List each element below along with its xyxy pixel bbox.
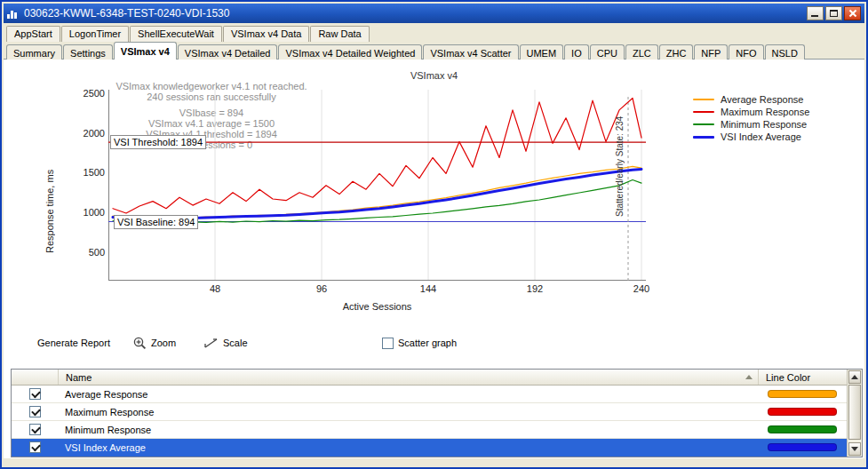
tab-cpu[interactable]: CPU (590, 44, 625, 60)
table-row-maximum-response[interactable]: Maximum Response (12, 403, 847, 421)
tab-summary[interactable]: Summary (6, 44, 62, 60)
close-button[interactable] (844, 6, 861, 20)
scale-icon (204, 338, 219, 349)
app-window: 030623-KWWL-6348-TEST-0240-VDI-1530 AppS… (0, 0, 868, 469)
tab-zlc[interactable]: ZLC (625, 44, 658, 60)
row-name: Maximum Response (58, 407, 758, 417)
row-name: VSI Index Average (58, 442, 758, 453)
row-color-cell (758, 408, 847, 416)
table-scrollbar[interactable] (847, 370, 862, 457)
x-tick-240: 240 (628, 283, 655, 294)
name-header-label: Name (66, 372, 92, 383)
table-row-average-response[interactable]: Average Response (12, 386, 847, 403)
chart-legend: Average ResponseMaximum ResponseMinimum … (693, 93, 809, 143)
row-checkbox[interactable] (29, 424, 41, 435)
checkbox-column-header (12, 370, 59, 385)
tab-vsimax-v4[interactable]: VSImax v4 (114, 42, 177, 60)
scroll-down-button[interactable] (848, 442, 861, 456)
chart-title: VSImax v4 (4, 70, 864, 81)
top-tab-shellexecutewait[interactable]: ShellExecuteWait (130, 26, 222, 42)
top-tab-appstart[interactable]: AppStart (6, 26, 60, 42)
scale-button[interactable]: Scale (204, 335, 248, 351)
tab-nfp[interactable]: NFP (694, 44, 728, 60)
row-color-swatch (768, 443, 837, 451)
main-tab-strip: SummarySettingsVSImax v4VSImax v4 Detail… (6, 43, 806, 60)
y-tick-500: 500 (66, 247, 105, 258)
row-color-cell (758, 443, 847, 451)
arrow-up-icon (851, 375, 858, 379)
name-column-header[interactable]: Name (59, 370, 758, 385)
zoom-label: Zoom (151, 338, 176, 348)
row-name: Minimum Response (58, 425, 758, 435)
row-color-cell (758, 425, 847, 433)
row-checkbox[interactable] (29, 388, 41, 400)
tab-umem[interactable]: UMEM (520, 44, 564, 60)
tab-vsimax-v4-detailed-weighted[interactable]: VSImax v4 Detailed Weighted (278, 44, 422, 60)
baseline-label: VSI Baseline: 894 (114, 215, 198, 229)
y-tick-2500: 2500 (66, 88, 105, 99)
row-color-swatch (768, 408, 837, 416)
legend-item-vsi-index-average: VSI Index Average (693, 131, 809, 143)
tab-vsimax-v4-detailed[interactable]: VSImax v4 Detailed (178, 44, 278, 60)
row-checkbox-cell (12, 406, 58, 417)
row-checkbox-cell (12, 441, 58, 453)
tab-nsld[interactable]: NSLD (765, 44, 805, 60)
chart-toolbar: Generate Report Zoom Scale (4, 335, 864, 354)
zoom-magnifier-icon (133, 337, 147, 350)
legend-label: VSI Index Average (721, 131, 801, 142)
zoom-button[interactable]: Zoom (133, 335, 176, 351)
chart-plot (108, 90, 646, 281)
close-icon (848, 9, 857, 18)
x-axis-label: Active Sessions (108, 301, 646, 312)
y-tick-1000: 1000 (66, 207, 105, 218)
row-name: Average Response (58, 389, 758, 400)
legend-swatch (693, 123, 714, 125)
series-table: Name Line Color Average ResponseMaximum … (11, 369, 863, 457)
scatter-checkbox[interactable] (382, 338, 394, 349)
scatter-label: Scatter graph (398, 338, 457, 348)
x-tick-144: 144 (415, 283, 442, 294)
title-bar: 030623-KWWL-6348-TEST-0240-VDI-1530 (4, 4, 864, 23)
legend-label: Minimum Response (721, 119, 807, 130)
table-body: Average ResponseMaximum ResponseMinimum … (12, 386, 847, 457)
row-checkbox[interactable] (29, 441, 41, 453)
line-color-column-header[interactable]: Line Color (758, 370, 847, 385)
tab-nfo[interactable]: NFO (729, 44, 763, 60)
legend-swatch (693, 111, 714, 113)
generate-report-button[interactable]: Generate Report (37, 335, 110, 351)
row-color-cell (758, 390, 847, 398)
scale-label: Scale (223, 338, 248, 348)
row-checkbox-cell (12, 424, 58, 435)
x-tick-96: 96 (308, 283, 335, 294)
tab-io[interactable]: IO (564, 44, 589, 60)
row-color-swatch (768, 390, 837, 398)
legend-item-average-response: Average Response (693, 93, 809, 106)
top-tab-logontimer[interactable]: LogonTimer (61, 26, 129, 42)
top-tab-raw-data[interactable]: Raw Data (310, 26, 369, 42)
tab-settings[interactable]: Settings (63, 44, 113, 60)
app-chart-icon (7, 8, 20, 19)
row-checkbox-cell (12, 388, 58, 400)
top-tab-vsimax-v4-data[interactable]: VSImax v4 Data (223, 26, 309, 42)
table-row-minimum-response[interactable]: Minimum Response (12, 421, 847, 439)
legend-label: Average Response (721, 94, 803, 105)
line-color-header-label: Line Color (766, 372, 810, 383)
table-row-vsi-index-average[interactable]: VSI Index Average (12, 439, 847, 457)
row-color-swatch (768, 425, 837, 433)
minimize-button[interactable] (807, 6, 824, 20)
scatter-graph-toggle[interactable]: Scatter graph (382, 335, 457, 351)
scroll-thumb[interactable] (848, 385, 861, 440)
y-axis-label: Response time, ms (44, 145, 55, 278)
legend-swatch (693, 136, 714, 139)
legend-swatch (693, 99, 714, 100)
tab-zhc[interactable]: ZHC (659, 44, 694, 60)
maximize-button[interactable] (825, 6, 842, 20)
plot-svg (108, 90, 646, 281)
legend-label: Maximum Response (721, 107, 809, 117)
scroll-up-button[interactable] (848, 370, 861, 384)
chart-panel: VSImax v4 VSImax knowledgeworker v4.1 no… (4, 59, 864, 458)
tab-vsimax-v4-scatter[interactable]: VSImax v4 Scatter (423, 44, 518, 60)
marker-label: Stattered/early State: 234 (615, 95, 625, 237)
row-checkbox[interactable] (29, 406, 41, 417)
x-tick-192: 192 (522, 283, 548, 294)
